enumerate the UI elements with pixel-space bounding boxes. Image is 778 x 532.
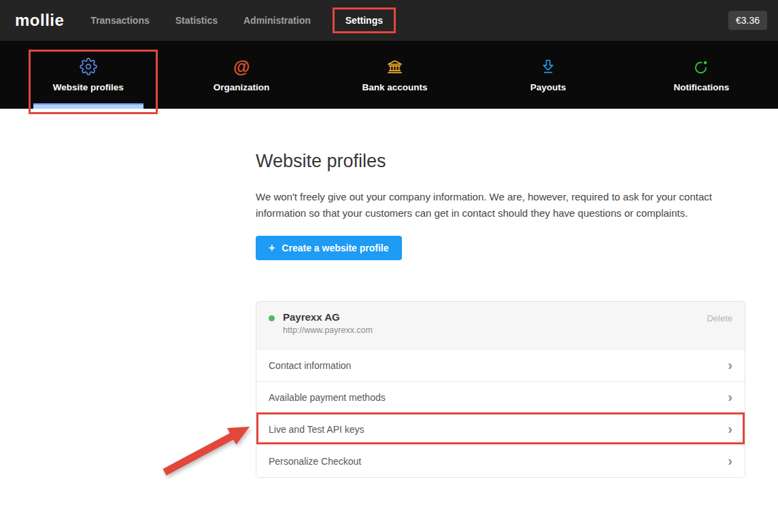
bank-icon	[386, 58, 404, 76]
tab-website-profiles[interactable]: Website profiles	[12, 41, 165, 109]
chevron-right-icon: ›	[728, 422, 732, 436]
row-personalize-checkout[interactable]: Personalize Checkout ›	[256, 445, 745, 477]
row-available-payment-methods[interactable]: Available payment methods ›	[256, 381, 745, 413]
tab-organization[interactable]: @ Organization	[165, 41, 318, 109]
tab-payouts[interactable]: Payouts	[471, 41, 624, 109]
tab-label: Website profiles	[53, 82, 124, 92]
download-icon	[539, 58, 557, 76]
profile-url: http://www.payrexx.com	[283, 325, 373, 335]
tab-label: Organization	[214, 82, 270, 92]
profile-identity: Payrexx AG http://www.payrexx.com	[283, 311, 373, 335]
tab-label: Notifications	[673, 82, 729, 92]
page-title: Website profiles	[256, 151, 386, 172]
top-nav-items: Transactions Statistics Administration S…	[90, 7, 396, 33]
row-contact-information[interactable]: Contact information ›	[256, 349, 745, 381]
chevron-right-icon: ›	[728, 454, 732, 467]
chevron-right-icon: ›	[728, 390, 732, 404]
create-button-label: Create a website profile	[282, 243, 388, 253]
profile-card-header: Payrexx AG http://www.payrexx.com Delete	[256, 302, 745, 349]
row-live-and-test-api-keys[interactable]: Live and Test API keys ›	[256, 413, 745, 445]
tab-label: Bank accounts	[362, 82, 428, 92]
profile-name: Payrexx AG	[283, 311, 373, 323]
annotation-arrow	[146, 406, 269, 488]
nav-administration[interactable]: Administration	[243, 15, 311, 26]
nav-transactions[interactable]: Transactions	[90, 15, 149, 26]
page-description: We won't freely give out your company in…	[256, 189, 715, 221]
website-profile-card: Payrexx AG http://www.payrexx.com Delete…	[256, 301, 745, 478]
notification-icon	[692, 58, 710, 76]
nav-statistics[interactable]: Statistics	[175, 15, 218, 26]
chevron-right-icon: ›	[728, 358, 732, 372]
top-navbar: mollie Transactions Statistics Administr…	[0, 0, 778, 41]
active-tab-underline	[33, 103, 143, 109]
create-website-profile-button[interactable]: + Create a website profile	[256, 236, 402, 260]
tab-label: Payouts	[530, 82, 566, 92]
mollie-dashboard: mollie Transactions Statistics Administr…	[0, 0, 778, 532]
delete-button[interactable]: Delete	[707, 313, 732, 323]
status-dot-icon	[269, 315, 275, 321]
nav-settings[interactable]: Settings	[333, 7, 396, 33]
tab-bank-accounts[interactable]: Bank accounts	[318, 41, 471, 109]
gear-icon	[80, 58, 97, 76]
at-icon: @	[233, 58, 250, 76]
plus-icon: +	[269, 242, 275, 254]
tab-notifications[interactable]: Notifications	[625, 41, 778, 109]
balance-badge[interactable]: €3.36	[728, 11, 767, 30]
settings-tabbar: Website profiles @ Organization Bank acc…	[0, 41, 778, 109]
mollie-logo[interactable]: mollie	[15, 11, 64, 30]
